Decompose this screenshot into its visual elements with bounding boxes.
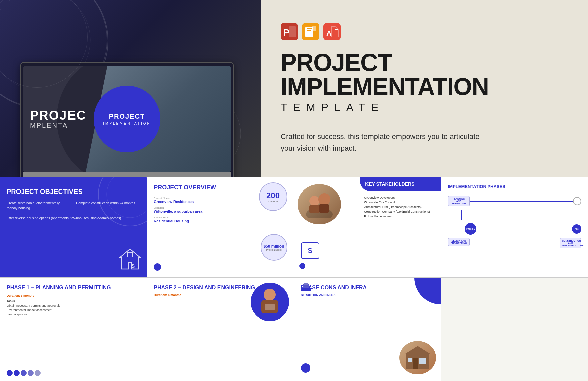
phase3-image-circle [399,341,436,374]
svg-rect-9 [307,30,311,31]
svg-rect-23 [319,204,329,213]
stakeholder-2: Wiltonville City Council [364,201,436,204]
tl-row1: PLANNING AND PERMITTING [448,196,581,206]
svg-rect-8 [307,28,312,29]
tl-vert [461,210,462,220]
obj-deco-circle [97,177,147,228]
person-icon-2 [14,370,20,376]
phase-circle-1: Phase 1 [465,223,476,235]
svg-rect-28 [413,358,418,369]
ppt-svg: P [281,23,298,40]
units-circle: 200 Total Units [259,182,287,211]
tl-node-const: CONSTRUCTION AND INFRASTRUCTURE [560,238,581,248]
circle-subtitle: IMPLEMENTATION [103,122,151,125]
field-type: Project Type: Residential Housing [154,216,287,223]
stakeholder-1: Greenview Developers [364,196,436,199]
tl-mid [448,210,581,220]
pdf-svg: A [323,23,341,40]
phase1-task1: Obtain necessary permits and approvals [7,304,140,307]
units-number: 200 [266,191,280,200]
svg-point-20 [309,196,319,206]
budget-circle: $50 million Project Budget [261,234,287,261]
product-title: PROJECT IMPLEMENTATION [281,50,568,99]
slide-title1: PROJEC [30,109,86,122]
building-svg [403,344,433,371]
svg-point-15 [107,177,147,218]
slide-empty [441,278,588,381]
slides-svg [302,23,319,40]
tl-node-plan: PLANNING AND PERMITTING [448,196,470,206]
phase2-image-circle [251,283,289,321]
pdf-icon: A [323,23,341,40]
timeline-diagram: PLANNING AND PERMITTING Phase 1 [448,196,581,248]
overview-title: PROJECT OVERVIEW [154,184,227,192]
phase3-title: PHASE CONS AND INFRA [301,284,388,291]
slide-objectives: PROJECT OBJECTIVES Create sustainable, e… [0,177,147,277]
house-icon: $ [118,247,142,271]
tl-row2: Phase 1 Ph2 [448,223,581,235]
stakeholders-title: KEY STAKEHOLDERS [365,181,436,187]
phase3-icon [301,283,311,292]
phase2-content: PHASE 2 – DESIGN AND ENGINEERING Duratio… [147,278,294,381]
phase-circle-2: Ph2 [572,224,581,234]
tl-line2 [476,229,572,229]
slide-title2: MPLENTA [30,122,86,129]
stakeholder-4: Construction Company (GoldBuild Construc… [364,210,436,213]
phase1-task3: Land acquisition [7,313,140,316]
product-description: Crafted for success, this template empow… [281,131,481,154]
svg-text:$: $ [132,263,135,269]
phase3-blue-shape [414,278,441,304]
phase1-tasks-label: Tasks [7,299,140,303]
person-icon-3 [21,370,27,376]
svg-point-24 [264,289,276,301]
slide-phase3: PHASE CONS AND INFRA STRUCTION AND INFRA [294,278,441,381]
laptop-preview: PROJEC MPLENTA PROJECT IMPLEMENTATION [0,0,261,177]
stakeholders-dot [299,263,305,269]
construction-icon-svg [301,283,311,291]
budget-label: Project Budget [266,249,282,251]
slide-text: PROJEC MPLENTA [30,109,86,129]
tl-node-design: DESIGN AND ENGINEERING [448,238,470,246]
svg-rect-33 [304,283,308,285]
stakeholder-3: Architectural Firm (Dreamscape Architect… [364,205,436,209]
app-icons-row: P A [281,23,568,40]
circle-title: PROJECT [109,113,145,120]
slides-row-1: PROJECT OBJECTIVES Create sustainable, e… [0,177,588,277]
phase1-task2: Environmental impact assessment [7,308,140,312]
dollar-icon: $ [301,242,319,259]
obj-col1: Create sustainable, environmentally frie… [7,201,71,211]
svg-point-21 [318,193,330,205]
svg-text:A: A [326,29,332,37]
phase3-dot [301,363,310,373]
budget-value: $50 million [263,244,284,249]
stakeholders-content: KEY STAKEHOLDERS Greenview Developers [294,177,441,277]
tl-line1 [470,201,573,202]
overview-content: PROJECT OVERVIEW 200 Total Units Project… [147,177,294,277]
bottom-section: PROJECT OBJECTIVES Create sustainable, e… [0,177,588,381]
svg-rect-11 [312,26,316,31]
dollar-symbol: $ [308,246,312,255]
product-subtitle: TEMPLATE [281,101,568,114]
obj-text1: Create sustainable, environmentally frie… [7,201,71,211]
top-section: PROJEC MPLENTA PROJECT IMPLEMENTATION [0,0,588,177]
center-circle: PROJECT IMPLEMENTATION [94,86,160,152]
tl-bottom: DESIGN AND ENGINEERING CONSTRUCTION AND … [448,238,581,248]
slide-impl-phases: IMPLEMENTATION PHASES PLANNING AND PERMI… [441,177,588,277]
svg-rect-29 [419,358,426,364]
person-icon-4 [28,370,34,376]
laptop-screen: PROJEC MPLENTA PROJECT IMPLEMENTATION [23,66,231,172]
phase1-duration: Duration: 3 months [7,294,140,297]
overview-dot [154,263,161,271]
divider [281,122,568,122]
empty-content [441,278,588,381]
slide-overview: PROJECT OVERVIEW 200 Total Units Project… [147,177,294,277]
stakeholders-image [298,184,341,224]
svg-rect-26 [265,304,275,310]
tl-circle1 [573,197,581,205]
svg-rect-12 [323,23,341,40]
person-icon-1 [7,370,13,376]
powerpoint-icon: P [281,23,298,40]
google-slides-icon [302,23,319,40]
svg-rect-22 [309,205,319,213]
laptop-device: PROJEC MPLENTA PROJECT IMPLEMENTATION [20,62,234,177]
